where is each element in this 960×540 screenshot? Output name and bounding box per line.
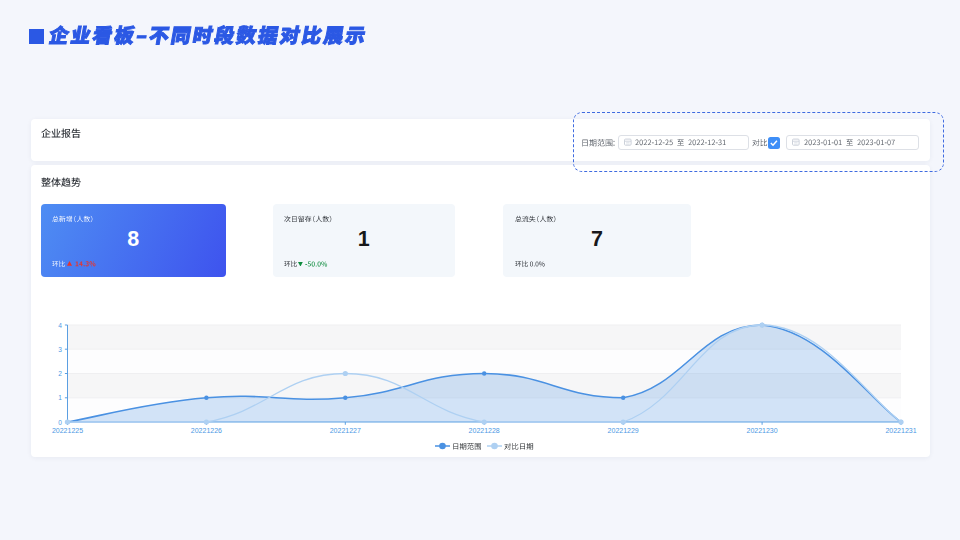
svg-text:2: 2	[58, 370, 62, 377]
svg-text:20221229: 20221229	[608, 427, 639, 434]
svg-text:0: 0	[58, 419, 62, 426]
svg-text:20221231: 20221231	[885, 427, 916, 434]
svg-text:20221230: 20221230	[747, 427, 778, 434]
svg-text:20221225: 20221225	[52, 427, 83, 434]
svg-text:20221226: 20221226	[191, 427, 222, 434]
svg-text:1: 1	[58, 394, 62, 401]
svg-text:3: 3	[58, 346, 62, 353]
svg-text:20221228: 20221228	[469, 427, 500, 434]
svg-text:20221227: 20221227	[330, 427, 361, 434]
svg-text:4: 4	[58, 322, 62, 329]
